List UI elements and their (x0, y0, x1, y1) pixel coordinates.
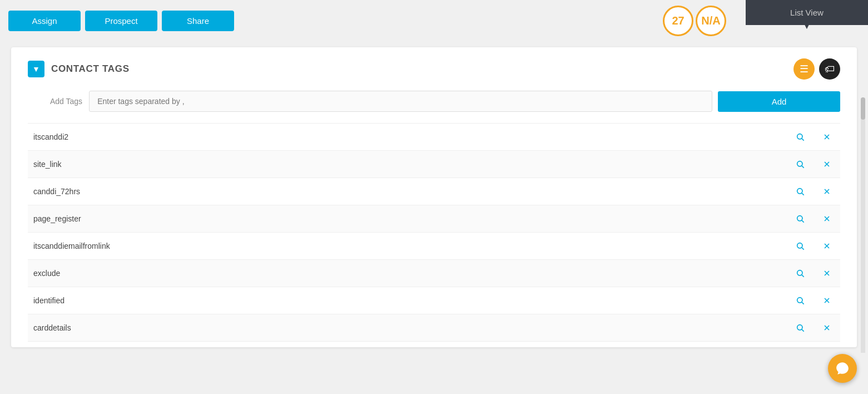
tags-input[interactable] (89, 91, 712, 112)
tag-remove-button[interactable] (819, 213, 835, 224)
tag-name: canddi_72hrs (33, 187, 781, 196)
svg-point-8 (797, 189, 802, 194)
tag-row: canddi_72hrs (28, 178, 840, 205)
svg-point-28 (797, 325, 802, 330)
prospect-button[interactable]: Prospect (85, 11, 157, 31)
tag-remove-button[interactable] (819, 131, 835, 142)
svg-point-12 (797, 216, 802, 221)
tag-search-button[interactable] (792, 186, 808, 197)
tag-row: page_register (28, 205, 840, 233)
svg-line-25 (802, 302, 804, 304)
svg-point-16 (797, 243, 802, 248)
svg-point-24 (797, 298, 802, 303)
top-bar: Assign Prospect Share 27 N/A List View (0, 0, 868, 42)
add-tags-row: Add Tags Add (28, 91, 840, 112)
tag-search-button[interactable] (792, 159, 808, 170)
tag-icon-button[interactable]: 🏷 (819, 58, 840, 80)
svg-point-0 (797, 134, 802, 139)
add-tags-label: Add Tags (50, 97, 82, 106)
collapse-button[interactable]: ▼ (28, 61, 44, 77)
tag-remove-button[interactable] (819, 295, 835, 306)
tag-row: exclude (28, 260, 840, 287)
tag-name: exclude (33, 269, 781, 278)
svg-line-29 (802, 329, 804, 332)
svg-line-1 (802, 139, 804, 141)
chat-bubble-button[interactable] (828, 354, 857, 383)
assign-button[interactable]: Assign (8, 11, 81, 31)
tag-row: identified (28, 287, 840, 314)
svg-line-21 (802, 275, 804, 277)
add-tags-button[interactable]: Add (718, 91, 840, 112)
stat-number: 27 (663, 6, 693, 36)
svg-line-13 (802, 220, 804, 223)
tag-remove-button[interactable] (819, 322, 835, 333)
tag-search-button[interactable] (792, 131, 808, 142)
stats-area: 27 N/A (661, 6, 726, 36)
chevron-down-icon: ▼ (32, 65, 40, 73)
tag-icon: 🏷 (825, 63, 835, 75)
list-view-label: List View (790, 8, 824, 17)
tag-name: itscanddi2 (33, 132, 781, 141)
list-icon-button[interactable]: ☰ (793, 58, 815, 80)
tag-name: identified (33, 296, 781, 305)
svg-line-5 (802, 166, 804, 168)
tag-remove-button[interactable] (819, 268, 835, 279)
contact-tags-card: ▼ CONTACT TAGS ☰ 🏷 Add Tags Add itscandd… (11, 47, 857, 347)
tag-name: page_register (33, 214, 781, 223)
tag-row: carddetails (28, 314, 840, 342)
main-content-area: ▼ CONTACT TAGS ☰ 🏷 Add Tags Add itscandd… (0, 42, 868, 353)
tag-remove-button[interactable] (819, 159, 835, 170)
tag-row: itscanddi2 (28, 124, 840, 151)
card-header: ▼ CONTACT TAGS ☰ 🏷 (28, 58, 840, 80)
tag-name: itscanddiemailfromlink (33, 242, 781, 250)
svg-point-4 (797, 161, 802, 166)
tag-remove-button[interactable] (819, 186, 835, 197)
svg-line-9 (802, 193, 804, 195)
tag-search-button[interactable] (792, 322, 808, 333)
list-icon: ☰ (800, 63, 809, 75)
tag-name: carddetails (33, 323, 781, 332)
tag-search-button[interactable] (792, 295, 808, 306)
tag-search-button[interactable] (792, 240, 808, 252)
svg-line-17 (802, 248, 804, 250)
share-button[interactable]: Share (162, 11, 234, 31)
tag-name: site_link (33, 160, 781, 169)
stat-na: N/A (696, 6, 726, 36)
svg-point-20 (797, 270, 802, 275)
tag-row: site_link (28, 151, 840, 178)
tag-row: itscanddiemailfromlink (28, 233, 840, 260)
chat-icon (835, 361, 850, 376)
scrollbar-thumb (861, 97, 865, 120)
tag-search-button[interactable] (792, 213, 808, 224)
list-view-bar[interactable]: List View (746, 0, 868, 25)
tag-search-button[interactable] (792, 268, 808, 279)
contact-tags-title: CONTACT TAGS (51, 63, 789, 75)
tag-remove-button[interactable] (819, 240, 835, 252)
scrollbar-track[interactable] (861, 97, 865, 353)
tag-list: itscanddi2site_linkcanddi_72hrspage_regi… (28, 123, 840, 342)
